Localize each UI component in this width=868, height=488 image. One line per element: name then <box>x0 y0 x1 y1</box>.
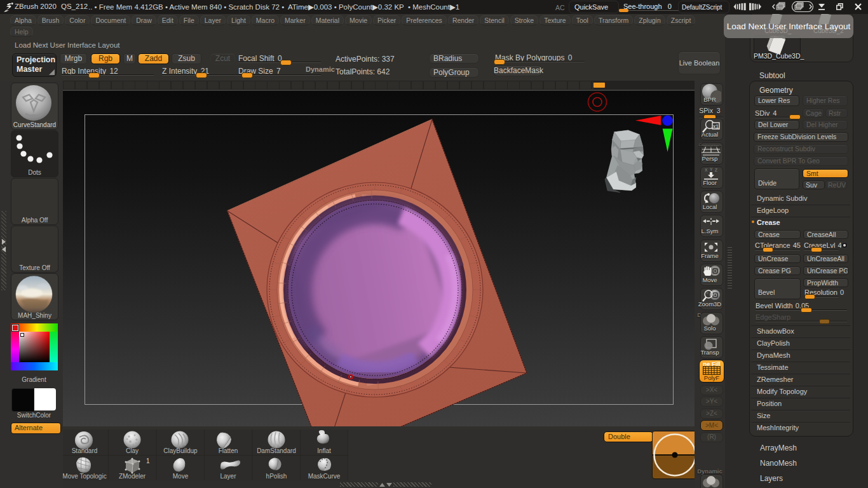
svg-text:X: X <box>705 168 708 172</box>
svg-text:Y: Y <box>710 167 713 172</box>
svg-text:x1: x1 <box>713 123 719 130</box>
svg-text:Z: Z <box>715 168 717 172</box>
